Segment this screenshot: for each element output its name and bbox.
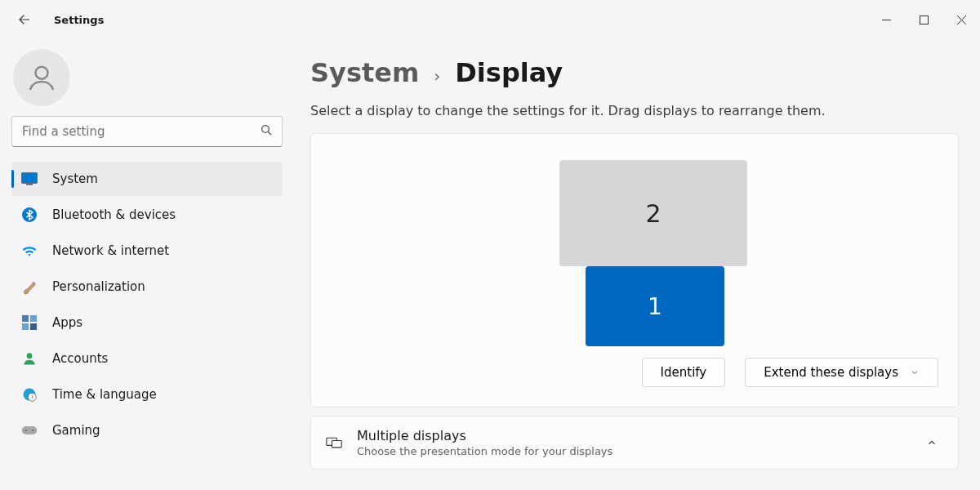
multiple-displays-expander[interactable]: Multiple displays Choose the presentatio… [310, 416, 959, 470]
svg-point-15 [27, 353, 33, 359]
accounts-icon [21, 350, 38, 367]
globe-clock-icon [21, 386, 38, 403]
sidebar-item-label: Gaming [52, 423, 100, 438]
sidebar-item-accounts[interactable]: Accounts [11, 341, 283, 376]
svg-rect-13 [22, 323, 29, 330]
sidebar-item-network[interactable]: Network & internet [11, 234, 283, 268]
multiple-displays-subtitle: Choose the presentation mode for your di… [357, 445, 906, 457]
identify-button[interactable]: Identify [642, 358, 726, 387]
search-input-wrapper [11, 116, 283, 147]
bluetooth-icon [21, 207, 38, 223]
svg-rect-1 [920, 16, 928, 24]
sidebar-item-bluetooth[interactable]: Bluetooth & devices [11, 198, 283, 232]
breadcrumb-current: Display [455, 57, 563, 88]
chevron-right-icon: › [434, 66, 440, 86]
window-controls [867, 7, 980, 33]
sidebar-item-label: Bluetooth & devices [52, 207, 176, 222]
display-arrangement-canvas[interactable]: 2 1 [331, 154, 938, 350]
paintbrush-icon [21, 278, 38, 295]
sidebar-nav: System Bluetooth & devices Network & int… [11, 162, 283, 448]
svg-point-5 [262, 126, 270, 133]
sidebar-item-system[interactable]: System [11, 162, 283, 196]
search-input[interactable] [11, 116, 283, 147]
page-subtext: Select a display to change the settings … [310, 103, 959, 118]
svg-rect-18 [22, 426, 37, 434]
sidebar: System Bluetooth & devices Network & int… [0, 39, 294, 490]
maximize-icon [920, 16, 929, 24]
main-content: System › Display Select a display to cha… [294, 39, 980, 490]
monitor-tile-1[interactable]: 1 [586, 266, 724, 346]
person-icon [25, 61, 58, 94]
svg-line-6 [268, 131, 271, 135]
svg-rect-22 [332, 441, 342, 448]
back-button[interactable] [11, 7, 38, 33]
breadcrumb-parent[interactable]: System [310, 57, 419, 88]
avatar[interactable] [13, 49, 70, 106]
close-icon [957, 16, 966, 24]
extend-label: Extend these displays [764, 365, 898, 380]
arrow-left-icon [17, 12, 32, 27]
svg-point-20 [32, 430, 33, 431]
sidebar-item-label: Accounts [52, 351, 108, 366]
svg-rect-11 [22, 315, 29, 322]
breadcrumb: System › Display [310, 57, 959, 88]
sidebar-item-label: System [52, 172, 98, 186]
display-arrangement-card: 2 1 Identify Extend these displays [310, 133, 959, 408]
gamepad-icon [21, 422, 38, 439]
chevron-down-icon [910, 368, 920, 377]
extend-displays-dropdown[interactable]: Extend these displays [745, 358, 938, 387]
sidebar-item-apps[interactable]: Apps [11, 305, 283, 340]
app-title: Settings [54, 14, 104, 26]
minimize-button[interactable] [867, 7, 905, 33]
svg-point-19 [25, 430, 27, 431]
title-bar: Settings [0, 0, 980, 39]
search-icon[interactable] [260, 123, 273, 140]
multiple-displays-title: Multiple displays [357, 428, 906, 443]
sidebar-item-gaming[interactable]: Gaming [11, 413, 283, 448]
svg-point-4 [36, 67, 48, 79]
sidebar-item-personalization[interactable]: Personalization [11, 270, 283, 304]
monitor-tile-2[interactable]: 2 [559, 160, 747, 266]
svg-rect-14 [30, 323, 37, 330]
close-button[interactable] [942, 7, 980, 33]
svg-rect-12 [30, 315, 37, 322]
svg-rect-7 [22, 173, 38, 184]
identify-label: Identify [661, 365, 707, 380]
maximize-button[interactable] [905, 7, 942, 33]
apps-icon [21, 314, 38, 331]
chevron-up-icon [920, 431, 943, 454]
sidebar-item-label: Time & language [52, 387, 157, 402]
multiple-displays-icon [326, 434, 342, 451]
svg-point-10 [32, 282, 34, 283]
sidebar-item-label: Personalization [52, 279, 145, 294]
sidebar-item-time-language[interactable]: Time & language [11, 377, 283, 412]
minimize-icon [882, 16, 891, 24]
display-icon [21, 171, 38, 187]
sidebar-item-label: Network & internet [52, 243, 169, 258]
wifi-icon [21, 243, 38, 259]
sidebar-item-label: Apps [52, 315, 82, 330]
svg-rect-8 [26, 184, 33, 185]
